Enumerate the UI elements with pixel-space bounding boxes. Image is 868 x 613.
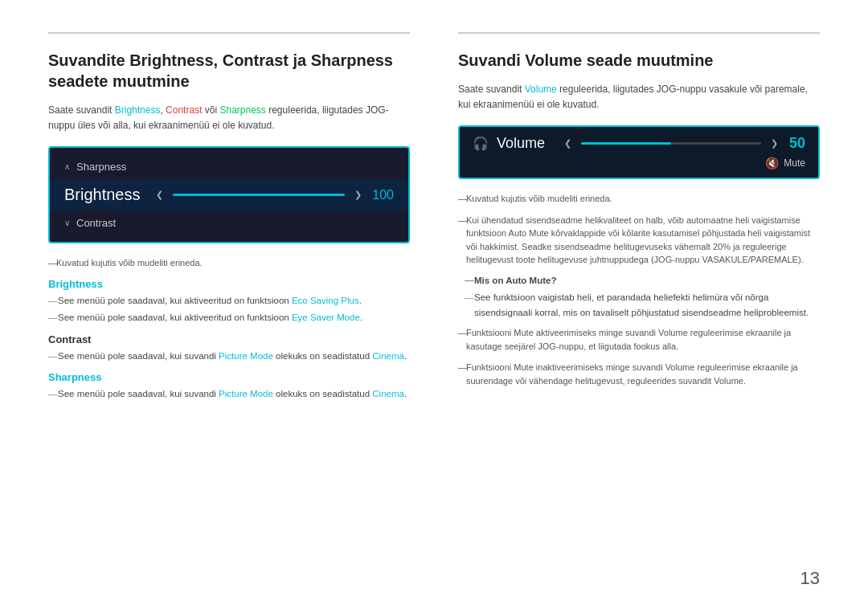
osd-brightness-label: Brightness <box>64 186 153 204</box>
osd-right-arrow: ❯ <box>354 190 362 200</box>
osd-sharpness-row: ∧ Sharpness <box>50 154 408 179</box>
contrast-highlight: Contrast <box>166 104 202 116</box>
headphone-icon: 🎧 <box>473 136 489 151</box>
volume-intro-hl: Volume <box>525 84 557 95</box>
auto-mute-question: Mis on Auto Mute? <box>458 273 820 288</box>
osd-brightness-value: 100 <box>365 188 394 202</box>
right-title: Suvandi Volume seade muutmine <box>458 50 820 71</box>
volume-hl-deactivate: Volume <box>665 362 695 372</box>
volume-hl-activate: Volume <box>658 328 688 337</box>
eye-saver-mode-hl: Eye Saver Mode <box>292 313 360 322</box>
right-note-3: Funktsiooni Mute aktiveerimiseks minge s… <box>458 326 820 353</box>
volume-hl-end: Volume <box>714 376 743 386</box>
brightness-subheading: Brightness <box>48 278 410 290</box>
mute-row: 🔇 Mute <box>473 157 805 170</box>
mute-hl-deactivate: Mute <box>514 362 533 372</box>
mute-icon: 🔇 <box>765 157 779 170</box>
picture-mode-hl-2: Picture Mode <box>219 389 273 398</box>
volume-label: Volume <box>497 135 561 152</box>
left-intro: Saate suvandit Brightness, Contrast või … <box>48 103 410 133</box>
auto-mute-desc: See funktsioon vaigistab heli, et parand… <box>458 290 820 320</box>
osd-sharpness-label: Sharpness <box>76 161 165 173</box>
eco-saving-plus-hl: Eco Saving Plus <box>292 296 359 305</box>
cinema-hl-2: Cinema <box>372 389 404 398</box>
osd-contrast-label: Contrast <box>76 217 165 229</box>
volume-row: 🎧 Volume ❮ ❯ 50 <box>473 135 805 152</box>
osd-panel: ∧ Sharpness Brightness ❮ ❯ 100 <box>48 146 410 243</box>
right-intro: Saate suvandit Volume reguleerida, liigu… <box>458 82 820 112</box>
volume-left-arrow: ❮ <box>564 138 571 149</box>
left-title: Suvandite Brightness, Contrast ja Sharpn… <box>48 50 410 92</box>
mute-label: Mute <box>784 157 805 169</box>
picture-mode-hl-1: Picture Mode <box>219 351 273 361</box>
left-note: Kuvatud kujutis võib mudeliti erineda. <box>48 256 410 270</box>
volume-slider <box>581 142 761 145</box>
right-note-1: Kuvatud kujutis võib mudeliti erineda. <box>458 192 820 206</box>
brightness-bullet-2: See menüü pole saadaval, kui aktiveeritu… <box>48 310 410 325</box>
osd-contrast-row: ∨ Contrast <box>50 210 408 235</box>
volume-right-arrow: ❯ <box>771 138 778 149</box>
sharpness-highlight: Sharpness <box>219 104 265 116</box>
right-note-2: Kui ühendatud sisendseadme helikvaliteet… <box>458 214 820 267</box>
osd-left-arrow: ❮ <box>156 190 163 200</box>
brightness-highlight: Brightness <box>115 104 161 116</box>
mute-hl-activate: Mute <box>514 328 533 337</box>
page-number: 13 <box>800 568 820 589</box>
sharpness-subheading: Sharpness <box>48 371 410 383</box>
right-section: Suvandi Volume seade muutmine Saate suva… <box>458 32 820 581</box>
brightness-bullet-1: See menüü pole saadaval, kui aktiveeritu… <box>48 293 410 308</box>
osd-brightness-row: Brightness ❮ ❯ 100 <box>50 179 408 210</box>
osd-brightness-slider <box>173 194 345 197</box>
volume-value: 50 <box>781 135 805 152</box>
right-note-4: Funktsiooni Mute inaktiveerimiseks minge… <box>458 361 820 387</box>
mute-button[interactable]: 🔇 Mute <box>765 157 805 170</box>
cinema-hl-1: Cinema <box>372 351 404 361</box>
contrast-bullet-1: See menüü pole saadaval, kui suvandi Pic… <box>48 349 410 363</box>
volume-panel: 🎧 Volume ❮ ❯ 50 🔇 Mute <box>458 125 820 179</box>
sharpness-bullet-1: See menüü pole saadaval, kui suvandi Pic… <box>48 386 410 401</box>
left-section: Suvandite Brightness, Contrast ja Sharpn… <box>48 32 410 581</box>
contrast-subheading: Contrast <box>48 333 410 345</box>
